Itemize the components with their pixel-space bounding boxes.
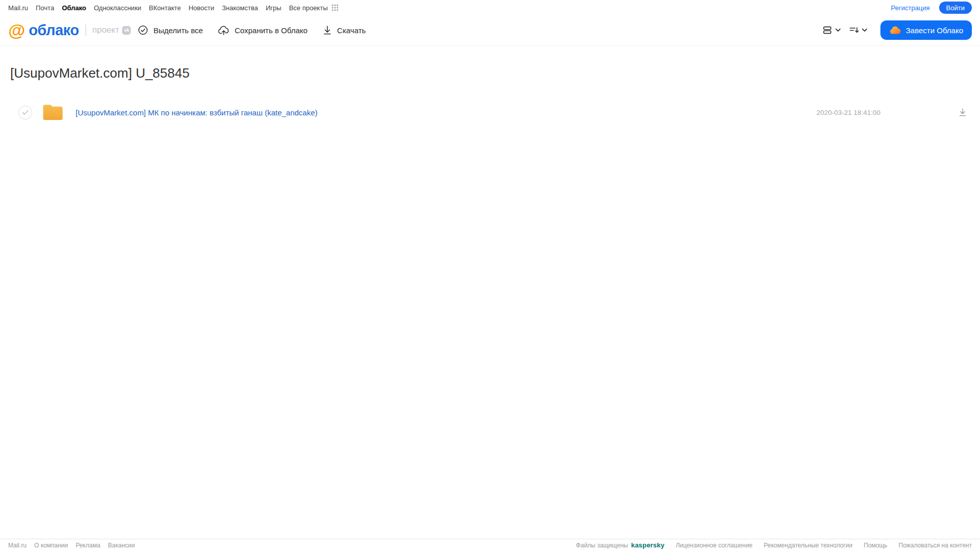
sort-icon xyxy=(849,26,859,35)
save-to-cloud-button[interactable]: Сохранить в Облако xyxy=(218,25,307,36)
file-list: [UsupovMarket.com] МК по начинкам: взбит… xyxy=(0,101,980,124)
registration-link[interactable]: Регистрация xyxy=(891,4,930,12)
portal-nav-link[interactable]: ВКонтакте xyxy=(149,4,181,12)
page-title: [UsupovMarket.com] U_85845 xyxy=(10,65,970,81)
footer-link[interactable]: Реклама xyxy=(76,542,100,549)
select-all-button[interactable]: Выделить все xyxy=(138,25,203,35)
footer-link[interactable]: Рекомендательные технологии xyxy=(764,542,853,549)
file-row[interactable]: [UsupovMarket.com] МК по начинкам: взбит… xyxy=(0,101,980,124)
footer-link[interactable]: Помощь xyxy=(864,542,887,549)
portal-nav-link[interactable]: Игры xyxy=(266,4,281,12)
portal-nav-link[interactable]: Почта xyxy=(36,4,54,12)
row-check-icon xyxy=(22,110,29,115)
logo-text: облако xyxy=(29,22,79,39)
portal-nav-link[interactable]: Облако xyxy=(62,4,86,12)
header-controls: Завести Облако xyxy=(822,20,972,40)
footer-left-links: Mail.ru О компании Реклама Вакансии xyxy=(8,542,135,549)
footer-right-links: Файлы защищены kaspersky Лицензионное со… xyxy=(576,541,972,549)
footer-link[interactable]: Пожаловаться на контент xyxy=(899,542,972,549)
portal-nav-link[interactable]: Новости xyxy=(188,4,214,12)
footer-link[interactable]: О компании xyxy=(34,542,68,549)
portal-nav-link[interactable]: Mail.ru xyxy=(8,4,28,12)
vk-badge-icon: vk xyxy=(122,26,131,35)
view-toggle-icon xyxy=(822,25,832,35)
download-button[interactable]: Скачать xyxy=(323,25,366,35)
folder-icon xyxy=(42,104,63,121)
portal-nav: Mail.ru Почта Облако Одноклассники ВКонт… xyxy=(0,0,980,15)
mailru-at-icon: @ xyxy=(8,21,25,39)
kaspersky-logo[interactable]: kaspersky xyxy=(631,541,664,549)
portal-nav-link[interactable]: Знакомства xyxy=(222,4,258,12)
row-download-icon[interactable] xyxy=(958,108,967,117)
login-button[interactable]: Войти xyxy=(939,2,972,14)
create-cloud-button[interactable]: Завести Облако xyxy=(880,20,972,40)
sort-control[interactable] xyxy=(849,26,868,35)
file-toolbar: Выделить все Сохранить в Облако Скачат xyxy=(138,25,366,36)
cloud-logo[interactable]: @ облако проект vk xyxy=(8,21,131,39)
download-icon xyxy=(323,25,332,35)
file-date: 2020-03-21 18:41:00 xyxy=(817,109,880,116)
logo-divider xyxy=(85,25,86,36)
logo-project-label: проект xyxy=(92,25,119,35)
save-to-cloud-icon xyxy=(218,25,229,36)
view-toggle-control[interactable] xyxy=(822,25,841,35)
save-to-cloud-label: Сохранить в Облако xyxy=(234,26,307,35)
portal-nav-links: Mail.ru Почта Облако Одноклассники ВКонт… xyxy=(8,4,328,12)
chevron-down-icon xyxy=(862,28,868,32)
protected-label: Файлы защищены xyxy=(576,542,628,549)
download-label: Скачать xyxy=(337,26,366,35)
row-checkbox[interactable] xyxy=(18,106,32,119)
auth-area: Регистрация Войти xyxy=(891,2,972,14)
select-all-label: Выделить все xyxy=(153,26,203,35)
file-link[interactable]: [UsupovMarket.com] МК по начинкам: взбит… xyxy=(76,108,318,117)
footer-legal-links: Лицензионное соглашение Рекомендательные… xyxy=(676,542,972,549)
portal-nav-link[interactable]: Одноклассники xyxy=(94,4,141,12)
cloud-header: @ облако проект vk Выделить все xyxy=(0,15,980,45)
chevron-down-icon xyxy=(835,28,841,32)
create-cloud-label: Завести Облако xyxy=(906,26,963,35)
public-folder-content: [UsupovMarket.com] U_85845 xyxy=(0,45,980,539)
footer-link[interactable]: Вакансии xyxy=(108,542,135,549)
apps-grid-icon[interactable] xyxy=(331,4,339,11)
cloud-icon xyxy=(889,26,901,35)
check-circle-icon xyxy=(138,25,148,35)
footer-link[interactable]: Mail.ru xyxy=(8,542,27,549)
kaspersky-protection: Файлы защищены kaspersky xyxy=(576,541,664,549)
page-footer: Mail.ru О компании Реклама Вакансии Файл… xyxy=(0,539,980,551)
footer-link[interactable]: Лицензионное соглашение xyxy=(676,542,752,549)
portal-nav-link[interactable]: Все проекты xyxy=(289,4,328,12)
